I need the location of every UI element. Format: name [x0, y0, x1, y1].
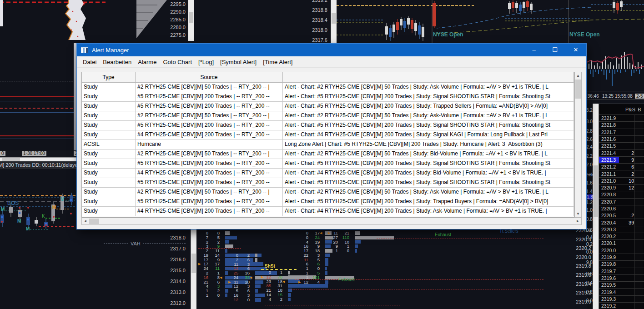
menu-item[interactable]: Datei: [80, 59, 100, 65]
alert-row[interactable]: Study #4 RTYH25-CME [CBV][M] 200 Trades …: [82, 130, 574, 140]
ladder-row[interactable]: 2320.7: [599, 199, 644, 205]
alert-row[interactable]: ACSIL Hurricane Long Zone Alert | Chart:…: [82, 140, 574, 150]
menu-item[interactable]: [Symbol Alert]: [217, 59, 260, 65]
menu-item[interactable]: [*Log]: [195, 59, 217, 65]
ladder-bid-cell[interactable]: [634, 226, 643, 233]
ladder-bid-cell[interactable]: [634, 240, 643, 246]
volume-bar: [325, 254, 330, 257]
table-horizontal-scrollbar[interactable]: ◄ ►: [81, 218, 582, 225]
ladder-bid-cell[interactable]: [634, 247, 643, 254]
ladder-row[interactable]: 2319.2: [599, 303, 644, 309]
ladder-row[interactable]: 2319.4: [599, 289, 644, 295]
horizontal-scroll-thumb[interactable]: [89, 219, 99, 224]
column-header-source[interactable]: Source: [136, 72, 283, 82]
close-button[interactable]: ✕: [565, 44, 586, 56]
column-header-alert[interactable]: [283, 72, 574, 82]
scroll-up-icon[interactable]: ▲: [575, 72, 581, 79]
ladder-bid-cell[interactable]: [634, 205, 643, 212]
alert-row[interactable]: Study #4 RTYH25-CME [CBV][M] 200 Trades …: [82, 207, 574, 216]
ladder-row[interactable]: 2320.6: [599, 205, 644, 212]
ladder-bid-cell[interactable]: [634, 219, 643, 225]
ladder-bid-cell[interactable]: [634, 170, 643, 177]
ladder-row[interactable]: 2320.9 12: [599, 184, 644, 191]
ladder-bid-cell[interactable]: [634, 122, 643, 128]
ladder-row[interactable]: 2320.8: [599, 191, 644, 198]
ladder-bid-cell[interactable]: [634, 275, 643, 281]
ladder-row[interactable]: 2320.1: [599, 240, 644, 247]
scroll-down-icon[interactable]: ▼: [575, 210, 581, 217]
ladder-bid-cell[interactable]: [634, 150, 643, 156]
title-bar[interactable]: Alert Manager – ☐ ✕: [77, 44, 586, 56]
alert-row[interactable]: Study #5 RTYH25-CME [CBV][M] 200 Trades …: [82, 102, 574, 111]
ladder-bid-cell[interactable]: [634, 178, 643, 184]
alert-row[interactable]: Study #2 RTYH25-CME [CBV][M] 50 Trades |…: [82, 83, 574, 92]
ladder-row[interactable]: 2321.7: [599, 129, 644, 136]
ladder-bid-cell[interactable]: [634, 157, 643, 163]
ladder-bid-cell[interactable]: [634, 289, 643, 295]
menu-item[interactable]: [Time Alert]: [260, 59, 296, 65]
ladder-row[interactable]: 2320.0: [599, 247, 644, 254]
ladder-bid-cell[interactable]: [634, 233, 643, 239]
ladder-row[interactable]: 2321.5: [599, 143, 644, 150]
maximize-button[interactable]: ☐: [544, 44, 565, 56]
ladder-bid-cell[interactable]: [634, 296, 643, 302]
alert-row[interactable]: Study #2 RTYH25-CME [CBV][M] 50 Trades |…: [82, 150, 574, 159]
ladder-bid-cell[interactable]: [634, 282, 643, 288]
ladder-row[interactable]: 2321.9: [599, 115, 644, 122]
ladder-bid-cell[interactable]: [634, 115, 643, 121]
alert-text: Alert - Chart: #2 RTYH25-CME [CBV][M] 50…: [283, 188, 574, 197]
ladder-row[interactable]: 2321.0 10: [599, 178, 644, 184]
alert-row[interactable]: Study #5 RTYH25-CME [CBV][M] 200 Trades …: [82, 121, 574, 130]
scrollbar-topleft-chart[interactable]: [188, 0, 194, 41]
alert-row[interactable]: Study #5 RTYH25-CME [CBV][M] 200 Trades …: [82, 178, 574, 188]
ladder-row[interactable]: 2319.9: [599, 254, 644, 261]
alert-type: Study: [82, 207, 136, 216]
alert-row[interactable]: Study #5 RTYH25-CME [CBV][M] 200 Trades …: [82, 159, 574, 169]
ladder-bid-cell[interactable]: [634, 199, 643, 205]
ladder-bid-cell[interactable]: [634, 254, 643, 260]
scrollbar-ladder-chart[interactable]: [593, 104, 599, 309]
column-header-type[interactable]: Type: [82, 72, 136, 82]
alert-row[interactable]: Study #2 RTYH25-CME [CBV][M] 50 Trades |…: [82, 188, 574, 197]
ladder-row[interactable]: 2320.4 39: [599, 219, 644, 226]
ladder-row[interactable]: 2321.1 2: [599, 170, 644, 177]
vertical-scroll-thumb[interactable]: [575, 80, 581, 99]
ladder-bid-cell[interactable]: [634, 303, 643, 309]
ladder-bid-cell[interactable]: [634, 136, 643, 142]
alert-row[interactable]: Study #2 RTYH25-CME [CBV][M] 50 Trades |…: [82, 111, 574, 121]
alert-row[interactable]: Study #5 RTYH25-CME [CBV][M] 200 Trades …: [82, 197, 574, 207]
ladder-row[interactable]: 2320.2: [599, 233, 644, 240]
minimize-button[interactable]: –: [523, 44, 544, 56]
alert-row[interactable]: Study #4 RTYH25-CME [CBV][M] 200 Trades …: [82, 169, 574, 178]
ladder-bid-cell[interactable]: [634, 184, 643, 191]
ladder-bid-cell[interactable]: [634, 191, 643, 198]
ladder-row[interactable]: 2319.7: [599, 268, 644, 275]
table-vertical-scrollbar[interactable]: ▲ ▼: [574, 72, 582, 218]
ladder-price: 2321.0: [599, 178, 619, 184]
ladder-bid-cell[interactable]: [634, 268, 643, 274]
ladder-bid-cell[interactable]: [634, 212, 643, 219]
menu-item[interactable]: Alarme: [135, 59, 160, 65]
ladder-row[interactable]: 2320.5 -2: [599, 212, 644, 219]
ladder-row[interactable]: 2321.6: [599, 136, 644, 143]
ladder-row[interactable]: 2321.4 2: [599, 150, 644, 156]
ladder-bid-cell[interactable]: [634, 129, 643, 135]
scrollbar-topmid-chart[interactable]: [331, 0, 337, 43]
ladder-bid-cell[interactable]: [634, 261, 643, 267]
ladder-row[interactable]: 2319.5: [599, 282, 644, 289]
menu-item[interactable]: Bearbeiten: [100, 59, 135, 65]
ladder-row[interactable]: 2319.8: [599, 261, 644, 268]
scroll-right-icon[interactable]: ►: [574, 218, 581, 224]
ladder-row[interactable]: 2321.2 6: [599, 164, 644, 170]
ladder-bid-cell[interactable]: [634, 143, 643, 149]
ladder-row[interactable]: 2319.3: [599, 296, 644, 303]
menu-item[interactable]: Goto Chart: [160, 59, 195, 65]
ladder-row[interactable]: 2320.3: [599, 226, 644, 233]
scrollbar-vah-chart[interactable]: [191, 229, 196, 309]
scroll-left-icon[interactable]: ◄: [82, 218, 89, 224]
alert-row[interactable]: Study #5 RTYH25-CME [CBV][M] 200 Trades …: [82, 92, 574, 102]
ladder-row[interactable]: 2319.6: [599, 275, 644, 282]
ladder-bid-cell[interactable]: [634, 164, 643, 170]
ladder-row[interactable]: 2321.3 9: [599, 157, 644, 164]
ladder-row[interactable]: 2321.8: [599, 122, 644, 129]
